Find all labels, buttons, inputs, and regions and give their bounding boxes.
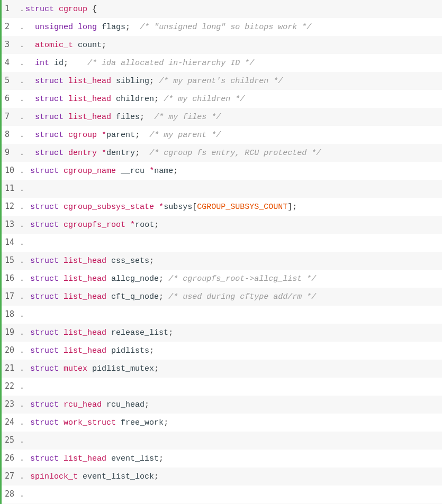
token-space — [25, 95, 35, 104]
token-kw: struct — [30, 454, 59, 463]
code-line: 20. struct list_head pidlists; — [2, 342, 442, 360]
token-ident: release_list — [111, 328, 168, 337]
line-number: 1 — [5, 2, 20, 15]
code-line: 10. struct cgroup_name __rcu *name; — [2, 162, 442, 180]
line-number-dot: . — [20, 93, 24, 106]
token-kw: struct — [35, 95, 64, 104]
line-number-dot: . — [20, 291, 24, 304]
line-number: 17 — [5, 290, 20, 303]
line-number: 22 — [5, 380, 20, 392]
token-space — [25, 221, 30, 230]
token-comment: /* my parent's children */ — [159, 77, 283, 86]
line-number: 25 — [5, 434, 20, 446]
token-space — [97, 23, 102, 32]
token-space — [64, 77, 68, 86]
line-number: 6 — [5, 92, 20, 105]
token-kw: int — [35, 59, 49, 68]
token-punct: ; — [64, 59, 68, 68]
token-ident: dentry — [106, 149, 135, 158]
token-type: dentry — [68, 149, 97, 158]
code-line: 1.struct cgroup { — [2, 0, 442, 18]
token-space — [106, 328, 111, 337]
token-type: list_head — [64, 292, 106, 301]
line-number-dot: . — [20, 39, 24, 52]
token-punct: ; — [154, 95, 159, 104]
token-punct: ; — [125, 23, 130, 32]
token-space — [25, 292, 30, 301]
token-ident: rcu_head — [106, 400, 145, 409]
token-space — [59, 454, 64, 463]
token-op: * — [102, 131, 106, 140]
token-space — [59, 346, 64, 355]
token-space — [64, 131, 68, 140]
token-type: list_head — [64, 274, 106, 283]
token-type: list_head — [64, 454, 106, 463]
token-num-const: CGROUP_SUBSYS_COUNT — [197, 203, 287, 212]
token-punct: ; — [149, 346, 154, 355]
line-number: 4 — [5, 56, 20, 69]
code-content: struct cgroup { — [24, 3, 97, 16]
token-space — [64, 95, 68, 104]
token-space — [68, 59, 87, 68]
token-kw: struct — [35, 113, 64, 122]
token-type: cgroup_subsys_state — [64, 203, 154, 212]
code-line: 13. struct cgroupfs_root *root; — [2, 216, 442, 234]
code-content: struct dentry *dentry; /* cgroup fs entr… — [24, 147, 321, 160]
token-space — [25, 454, 30, 463]
token-space — [25, 418, 30, 427]
token-comment: /* cgroupfs_root->allcg_list */ — [168, 274, 316, 283]
line-number-dot: . — [20, 489, 24, 501]
line-number: 10 — [5, 164, 20, 177]
token-space — [145, 167, 149, 176]
token-space — [87, 364, 92, 373]
token-space — [25, 113, 35, 122]
token-space — [111, 95, 116, 104]
line-number-dot: . — [20, 471, 24, 483]
token-space — [25, 400, 30, 409]
code-content: struct cgroup_subsys_state *subsys[CGROU… — [24, 201, 297, 214]
token-space — [73, 23, 78, 32]
token-type: mutex — [64, 364, 87, 373]
token-comment: /* used during cftype add/rm */ — [168, 292, 316, 301]
code-content: struct work_struct free_work; — [24, 417, 168, 429]
line-number: 16 — [5, 272, 20, 285]
code-line: 19. struct list_head release_list; — [2, 324, 442, 342]
token-type: rcu_head — [64, 400, 102, 409]
token-space — [106, 292, 111, 301]
token-kw: struct — [30, 221, 59, 230]
token-kw: struct — [35, 131, 64, 140]
token-space — [164, 274, 168, 283]
token-space — [25, 131, 35, 140]
code-line: 28. — [2, 485, 442, 503]
token-type: cgroup_name — [64, 167, 116, 176]
token-punct: ; — [159, 274, 164, 283]
code-line: 14. — [2, 234, 442, 252]
token-space — [130, 23, 140, 32]
code-line: 26. struct list_head event_list; — [2, 450, 442, 468]
token-kw: struct — [30, 292, 59, 301]
code-line: 5. struct list_head sibling; /* my paren… — [2, 72, 442, 90]
code-line: 18. — [2, 306, 442, 324]
token-ident: pidlists — [111, 346, 149, 355]
token-punct: ; — [149, 256, 154, 265]
token-space — [25, 23, 35, 32]
line-number-dot: . — [20, 75, 24, 88]
token-space — [102, 400, 106, 409]
token-kw: unsigned — [35, 23, 73, 32]
line-number: 3 — [5, 38, 20, 51]
token-punct: ]; — [287, 203, 297, 212]
code-content: struct cgroup *parent; /* my parent */ — [24, 129, 221, 142]
token-kw: struct — [30, 203, 59, 212]
token-space — [64, 113, 68, 122]
token-space — [145, 113, 154, 122]
token-punct: ; — [159, 292, 164, 301]
token-op: * — [159, 203, 164, 212]
line-number-dot: . — [20, 417, 24, 429]
line-number: 26 — [5, 452, 20, 464]
token-space — [164, 292, 168, 301]
token-space — [25, 149, 35, 158]
code-line: 24. struct work_struct free_work; — [2, 414, 442, 432]
token-space — [25, 472, 30, 481]
code-line: 12. struct cgroup_subsys_state *subsys[C… — [2, 198, 442, 216]
token-comment: /* my files */ — [154, 113, 221, 122]
